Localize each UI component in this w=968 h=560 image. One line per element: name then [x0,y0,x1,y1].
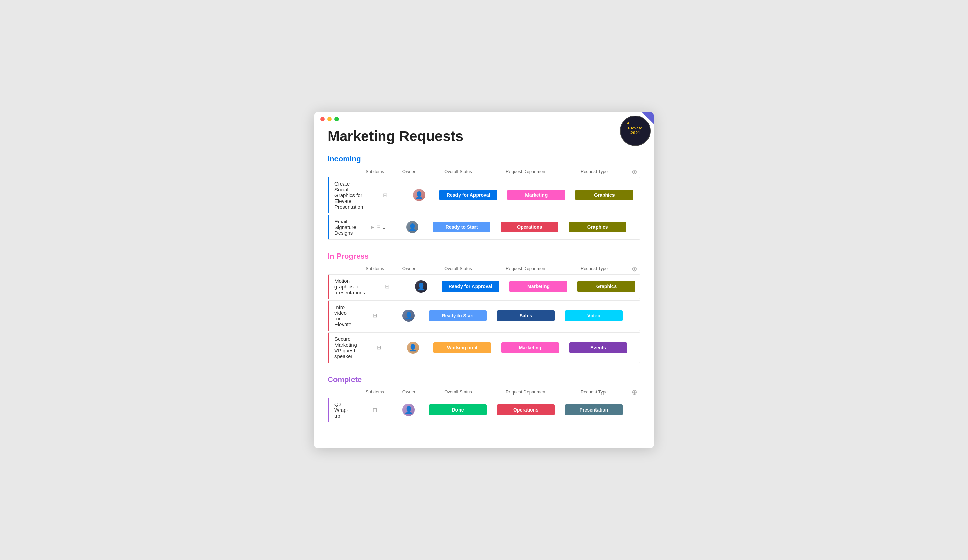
dept-badge[interactable]: Marketing [501,342,559,353]
type-badge[interactable]: Graphics [569,222,627,232]
col-header-status: Overall Status [424,169,492,174]
sections-container: IncomingSubitemsOwnerOverall StatusReque… [328,155,640,422]
main-window: Elevate 2021 Marketing Requests Incoming… [314,112,654,448]
section-title: Complete [328,375,361,384]
dept-badge[interactable]: Sales [497,310,555,321]
dept-cell[interactable]: Marketing [496,341,564,355]
avatar: 👤 [403,404,414,416]
column-headers: SubitemsOwnerOverall StatusRequest Depar… [328,166,640,177]
subitem-icon: ⊟ [376,344,381,351]
dept-badge[interactable]: Operations [497,404,555,415]
dept-badge[interactable]: Operations [501,222,559,232]
owner-cell: 👤 [393,404,424,416]
subitems-cell: ⊟ [356,407,393,413]
col-header-type: Request Type [560,389,628,394]
owner-cell: 👤 [406,280,436,293]
col-header-owner: Owner [394,266,424,271]
subitem-icon: ⊟ [385,283,390,290]
subitem-icon: ⊟ [373,312,377,319]
subitems-cell: ⊟ [366,192,404,199]
status-badge[interactable]: Ready to Start [433,222,491,232]
col-header-subitems: Subitems [356,169,394,174]
task-name[interactable]: Intro video for Elevate [328,301,356,331]
task-name[interactable]: Secure Marketing VP guest speaker [328,333,360,363]
table-row[interactable]: Intro video for Elevate⊟👤Ready to StartS… [328,300,640,331]
dept-badge[interactable]: Marketing [507,190,565,200]
add-column-button[interactable]: ⊕ [628,388,640,396]
status-badge[interactable]: Ready for Approval [439,190,497,200]
task-name[interactable]: Motion graphics for presentations [328,275,368,299]
section-header-row: Complete [328,375,640,384]
subitems-cell: ⊟ [368,283,406,290]
type-cell[interactable]: Events [564,341,632,355]
col-header-type: Request Type [560,169,628,174]
owner-cell: 👤 [397,221,428,233]
type-badge[interactable]: Video [565,310,623,321]
owner-cell: 👤 [404,189,434,201]
status-cell[interactable]: Ready for Approval [436,280,504,293]
row-accent [328,177,329,213]
maximize-button[interactable] [335,117,339,121]
type-cell[interactable]: Graphics [564,220,632,234]
expand-icon[interactable]: ▶ [371,225,374,229]
table-row[interactable]: Email Signature Designs▶⊟1👤Ready to Star… [328,215,640,240]
status-cell[interactable]: Working on it [428,341,496,355]
subitem-icon: ⊟ [383,192,388,199]
row-accent [328,275,329,299]
type-cell[interactable]: Graphics [572,280,640,293]
status-badge[interactable]: Ready to Start [429,310,487,321]
type-badge[interactable]: Graphics [575,190,633,200]
dept-cell[interactable]: Operations [492,403,560,417]
title-bar [314,112,654,125]
task-name[interactable]: Q2 Wrap-up [328,398,356,422]
status-cell[interactable]: Ready to Start [424,309,492,323]
row-accent [328,333,329,363]
col-header-dept: Request Department [492,389,560,394]
type-badge[interactable]: Presentation [565,404,623,415]
dept-cell[interactable]: Marketing [504,280,572,293]
table-row[interactable]: Q2 Wrap-up⊟👤DoneOperationsPresentation [328,398,640,422]
avatar: 👤 [406,221,418,233]
col-header-type: Request Type [560,266,628,271]
section-incoming: IncomingSubitemsOwnerOverall StatusReque… [328,155,640,240]
status-badge[interactable]: Working on it [433,342,491,353]
dept-cell[interactable]: Marketing [502,188,570,202]
add-column-button[interactable]: ⊕ [628,167,640,176]
type-badge[interactable]: Graphics [577,281,635,292]
status-cell[interactable]: Ready to Start [428,220,496,234]
section-header-row: Incoming [328,155,640,164]
add-column-button[interactable]: ⊕ [628,265,640,273]
col-header-status: Overall Status [424,266,492,271]
dept-cell[interactable]: Operations [496,220,564,234]
section-header-row: In Progress [328,252,640,261]
page-content: Marketing Requests IncomingSubitemsOwner… [314,125,654,448]
dept-badge[interactable]: Marketing [509,281,567,292]
avatar: 👤 [415,280,427,293]
avatar: 👤 [413,189,425,201]
section-title: Incoming [328,155,361,164]
status-badge[interactable]: Done [429,404,487,415]
type-cell[interactable]: Graphics [570,188,638,202]
table-row[interactable]: Motion graphics for presentations⊟👤Ready… [328,274,640,299]
section-complete: CompleteSubitemsOwnerOverall StatusReque… [328,375,640,422]
table-row[interactable]: Secure Marketing VP guest speaker⊟👤Worki… [328,332,640,363]
minimize-button[interactable] [327,117,332,121]
close-button[interactable] [320,117,325,121]
col-header-status: Overall Status [424,389,492,394]
section-in-progress: In ProgressSubitemsOwnerOverall StatusRe… [328,252,640,363]
subitem-icon: ⊟ [376,224,381,230]
dept-cell[interactable]: Sales [492,309,560,323]
status-badge[interactable]: Ready for Approval [441,281,499,292]
type-badge[interactable]: Events [569,342,627,353]
subitems-cell: ⊟ [360,344,398,351]
table-row[interactable]: Create Social Graphics for Elevate Prese… [328,177,640,214]
row-accent [328,215,329,239]
col-header-owner: Owner [394,389,424,394]
type-cell[interactable]: Video [560,309,628,323]
status-cell[interactable]: Ready for Approval [434,188,502,202]
type-cell[interactable]: Presentation [560,403,628,417]
task-name[interactable]: Create Social Graphics for Elevate Prese… [328,177,366,213]
status-cell[interactable]: Done [424,403,492,417]
subitems-count: 1 [383,225,385,230]
task-name[interactable]: Email Signature Designs [328,215,360,239]
